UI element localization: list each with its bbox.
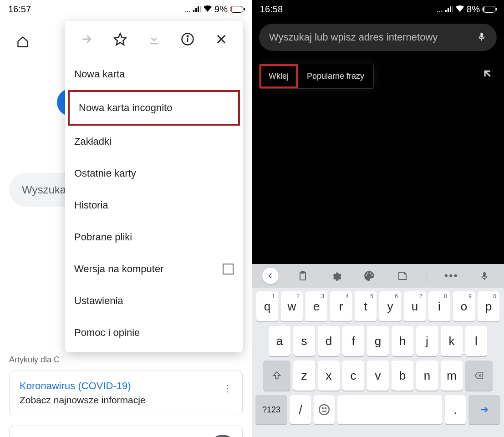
key-o[interactable]: 9o (453, 291, 475, 321)
key-q[interactable]: 1q (256, 291, 278, 321)
key-h[interactable]: h (392, 326, 413, 356)
info-icon[interactable] (180, 32, 195, 46)
search-placeholder: Wyszukaj (22, 183, 68, 196)
news-card-elections[interactable]: Wybory prezydenckie 2020. (9, 426, 243, 437)
paste-context-menu: Wklej Popularne frazy (259, 64, 374, 89)
key-t[interactable]: 5t (355, 291, 377, 321)
svg-point-2 (187, 36, 188, 37)
network-dots-icon: ... (184, 4, 190, 15)
status-bar: 16:58 ... 8% (252, 0, 504, 18)
wifi-icon (203, 4, 212, 15)
key-slash[interactable]: / (290, 395, 311, 424)
card-title: Koronawirus (COVID-19) (20, 380, 232, 392)
menu-new-tab[interactable]: Nowa karta (65, 58, 243, 90)
close-icon[interactable] (214, 32, 229, 46)
kb-palette-icon[interactable] (360, 267, 378, 285)
status-indicators: ... 9% (184, 4, 244, 15)
kb-more-icon[interactable]: ••• (442, 267, 460, 285)
keyboard-toolbar: ••• (252, 264, 504, 288)
kb-divider (427, 269, 427, 282)
key-space[interactable] (337, 395, 442, 424)
key-f[interactable]: f (342, 326, 364, 356)
phone-chrome: 16:57 ... 9% Wyszukaj Artykuły dla C Kor… (0, 0, 252, 437)
key-u[interactable]: 7u (404, 291, 426, 321)
kb-sticker-icon[interactable] (393, 267, 412, 285)
key-k[interactable]: k (441, 326, 463, 356)
context-paste[interactable]: Wklej (260, 64, 298, 88)
key-n[interactable]: n (416, 361, 438, 391)
articles-label: Artykuły dla C (9, 355, 60, 365)
signal-icon (445, 4, 453, 15)
context-popular-phrases[interactable]: Popularne frazy (298, 64, 373, 88)
key-p[interactable]: 0p (478, 291, 499, 321)
address-placeholder: Wyszukaj lub wpisz adres internetowy (269, 31, 438, 43)
key-r[interactable]: 4r (330, 291, 352, 321)
key-j[interactable]: j (416, 326, 438, 356)
key-m[interactable]: m (441, 361, 463, 391)
collapse-arrow-icon[interactable] (481, 67, 494, 83)
keyboard-rows: 1q2w3e4r5t6y7u8i9o0p asdfghjkl zxcvbnm ?… (252, 288, 504, 426)
key-backspace[interactable] (465, 361, 493, 391)
menu-desktop-site[interactable]: Wersja na komputer (65, 253, 243, 285)
key-emoji[interactable] (314, 395, 335, 424)
key-v[interactable]: v (367, 361, 389, 391)
key-e[interactable]: 3e (305, 291, 327, 321)
key-i[interactable]: 8i (428, 291, 450, 321)
chrome-overflow-menu: Nowa karta Nowa karta incognito Zakładki… (65, 21, 243, 352)
menu-help[interactable]: Pomoc i opinie (65, 317, 243, 349)
menu-new-incognito-tab[interactable]: Nowa karta incognito (68, 90, 240, 126)
mic-icon[interactable] (477, 30, 487, 44)
kb-settings-icon[interactable] (327, 267, 345, 285)
menu-recent-tabs[interactable]: Ostatnie karty (65, 158, 243, 189)
battery-percent: 8% (467, 4, 480, 15)
status-indicators: ... 8% (436, 4, 496, 15)
more-icon[interactable]: ⋮ (223, 383, 232, 394)
desktop-checkbox[interactable] (223, 264, 234, 274)
key-w[interactable]: 2w (281, 291, 303, 321)
battery-percent: 9% (214, 4, 228, 15)
kb-back-icon[interactable] (262, 268, 279, 284)
signal-icon (193, 4, 201, 15)
download-icon[interactable] (147, 32, 161, 46)
key-period[interactable]: . (445, 395, 466, 424)
menu-settings[interactable]: Ustawienia (65, 285, 243, 317)
menu-downloads[interactable]: Pobrane pliki (65, 221, 243, 253)
key-c[interactable]: c (342, 361, 364, 391)
address-bar[interactable]: Wyszukaj lub wpisz adres internetowy (259, 24, 497, 51)
key-b[interactable]: b (392, 361, 413, 391)
svg-point-6 (322, 408, 323, 409)
key-l[interactable]: l (465, 326, 487, 356)
wifi-icon (455, 4, 464, 15)
forward-icon[interactable] (79, 32, 94, 46)
key-d[interactable]: d (318, 326, 340, 356)
kb-mic-icon[interactable] (475, 267, 494, 285)
key-symbols[interactable]: ?123 (255, 395, 287, 424)
svg-point-5 (319, 405, 329, 415)
key-shift[interactable] (263, 361, 290, 391)
battery-icon (230, 6, 244, 13)
key-x[interactable]: x (318, 361, 340, 391)
key-s[interactable]: s (293, 326, 315, 356)
menu-history[interactable]: Historia (65, 189, 243, 221)
phone-incognito: 16:58 ... 8% Wyszukaj lub wpisz adres in… (252, 0, 504, 437)
key-y[interactable]: 6y (379, 291, 401, 321)
key-z[interactable]: z (293, 361, 315, 391)
card-subtitle: Zobacz najnowsze informacje (20, 395, 232, 406)
key-g[interactable]: g (367, 326, 389, 356)
menu-bookmarks[interactable]: Zakładki (65, 126, 243, 158)
amp-badge (213, 435, 232, 437)
home-icon[interactable] (16, 36, 29, 50)
star-icon[interactable] (113, 32, 127, 46)
key-a[interactable]: a (269, 326, 290, 356)
status-time: 16:58 (260, 4, 283, 15)
news-card-covid[interactable]: Koronawirus (COVID-19) Zobacz najnowsze … (9, 371, 243, 415)
menu-icon-row (65, 21, 243, 58)
kb-clipboard-icon[interactable] (294, 267, 312, 285)
network-dots-icon: ... (436, 4, 443, 15)
keyboard: ••• 1q2w3e4r5t6y7u8i9o0p asdfghjkl zxcvb… (252, 264, 504, 437)
key-enter[interactable] (468, 395, 500, 424)
svg-point-7 (325, 408, 326, 409)
status-time: 16:57 (8, 4, 31, 15)
battery-icon (482, 6, 496, 13)
status-bar: 16:57 ... 9% (0, 0, 252, 18)
